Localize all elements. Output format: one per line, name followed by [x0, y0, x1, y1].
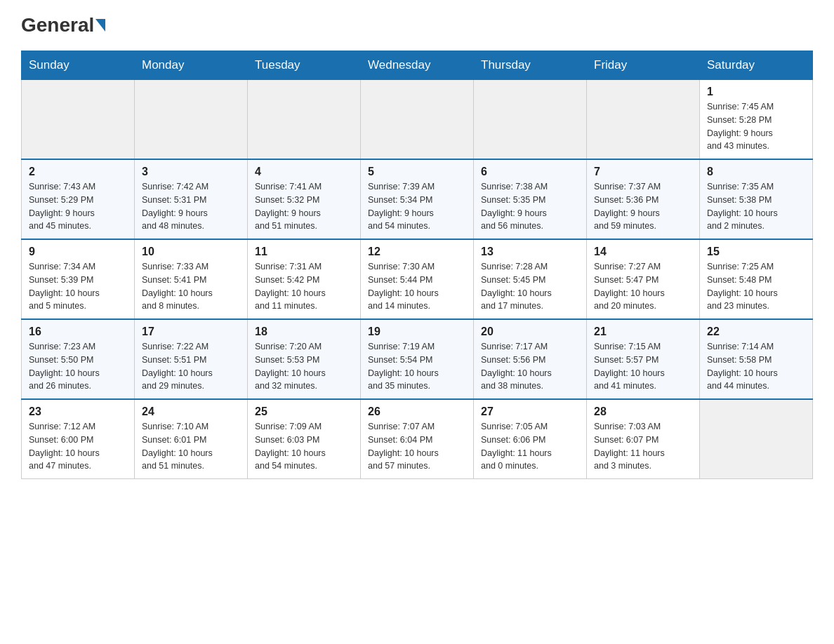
calendar-cell: 23Sunrise: 7:12 AM Sunset: 6:00 PM Dayli… [22, 399, 135, 479]
day-info: Sunrise: 7:41 AM Sunset: 5:32 PM Dayligh… [255, 180, 353, 233]
calendar-cell: 3Sunrise: 7:42 AM Sunset: 5:31 PM Daylig… [135, 159, 248, 239]
calendar-cell [474, 80, 587, 160]
day-info: Sunrise: 7:17 AM Sunset: 5:56 PM Dayligh… [481, 340, 579, 393]
day-number: 23 [29, 405, 127, 418]
day-info: Sunrise: 7:05 AM Sunset: 6:06 PM Dayligh… [481, 420, 579, 473]
calendar-cell: 2Sunrise: 7:43 AM Sunset: 5:29 PM Daylig… [22, 159, 135, 239]
day-info: Sunrise: 7:30 AM Sunset: 5:44 PM Dayligh… [368, 260, 466, 313]
day-number: 22 [707, 326, 805, 338]
day-number: 16 [29, 326, 127, 338]
calendar-cell: 26Sunrise: 7:07 AM Sunset: 6:04 PM Dayli… [361, 399, 474, 479]
calendar-cell: 21Sunrise: 7:15 AM Sunset: 5:57 PM Dayli… [587, 319, 700, 399]
day-info: Sunrise: 7:10 AM Sunset: 6:01 PM Dayligh… [142, 420, 240, 473]
calendar-cell: 24Sunrise: 7:10 AM Sunset: 6:01 PM Dayli… [135, 399, 248, 479]
day-number: 2 [29, 166, 127, 178]
day-of-week-header: Saturday [700, 51, 813, 80]
day-of-week-header: Tuesday [248, 51, 361, 80]
calendar-header-row: SundayMondayTuesdayWednesdayThursdayFrid… [22, 51, 813, 80]
calendar-cell: 7Sunrise: 7:37 AM Sunset: 5:36 PM Daylig… [587, 159, 700, 239]
day-info: Sunrise: 7:38 AM Sunset: 5:35 PM Dayligh… [481, 180, 579, 233]
day-info: Sunrise: 7:14 AM Sunset: 5:58 PM Dayligh… [707, 340, 805, 393]
day-info: Sunrise: 7:37 AM Sunset: 5:36 PM Dayligh… [594, 180, 692, 233]
calendar-cell: 10Sunrise: 7:33 AM Sunset: 5:41 PM Dayli… [135, 239, 248, 319]
day-number: 10 [142, 246, 240, 258]
calendar-cell: 28Sunrise: 7:03 AM Sunset: 6:07 PM Dayli… [587, 399, 700, 479]
logo-arrow-icon [95, 19, 105, 32]
day-number: 13 [481, 246, 579, 258]
day-info: Sunrise: 7:27 AM Sunset: 5:47 PM Dayligh… [594, 260, 692, 313]
calendar-cell [248, 80, 361, 160]
calendar-week-row: 16Sunrise: 7:23 AM Sunset: 5:50 PM Dayli… [22, 319, 813, 399]
calendar-cell: 13Sunrise: 7:28 AM Sunset: 5:45 PM Dayli… [474, 239, 587, 319]
calendar-cell: 25Sunrise: 7:09 AM Sunset: 6:03 PM Dayli… [248, 399, 361, 479]
logo: General [21, 14, 107, 36]
day-number: 28 [594, 405, 692, 418]
day-info: Sunrise: 7:28 AM Sunset: 5:45 PM Dayligh… [481, 260, 579, 313]
calendar-cell: 8Sunrise: 7:35 AM Sunset: 5:38 PM Daylig… [700, 159, 813, 239]
day-of-week-header: Monday [135, 51, 248, 80]
day-number: 9 [29, 246, 127, 258]
day-number: 14 [594, 246, 692, 258]
day-number: 20 [481, 326, 579, 338]
day-info: Sunrise: 7:25 AM Sunset: 5:48 PM Dayligh… [707, 260, 805, 313]
day-info: Sunrise: 7:33 AM Sunset: 5:41 PM Dayligh… [142, 260, 240, 313]
calendar-cell: 16Sunrise: 7:23 AM Sunset: 5:50 PM Dayli… [22, 319, 135, 399]
calendar-cell [22, 80, 135, 160]
day-number: 21 [594, 326, 692, 338]
day-info: Sunrise: 7:20 AM Sunset: 5:53 PM Dayligh… [255, 340, 353, 393]
calendar-cell: 12Sunrise: 7:30 AM Sunset: 5:44 PM Dayli… [361, 239, 474, 319]
day-info: Sunrise: 7:35 AM Sunset: 5:38 PM Dayligh… [707, 180, 805, 233]
day-number: 25 [255, 405, 353, 418]
calendar-table: SundayMondayTuesdayWednesdayThursdayFrid… [21, 51, 813, 479]
logo-general-text: General [21, 14, 94, 36]
day-number: 17 [142, 326, 240, 338]
calendar-cell: 9Sunrise: 7:34 AM Sunset: 5:39 PM Daylig… [22, 239, 135, 319]
day-info: Sunrise: 7:45 AM Sunset: 5:28 PM Dayligh… [707, 100, 805, 153]
day-number: 15 [707, 246, 805, 258]
calendar-week-row: 1Sunrise: 7:45 AM Sunset: 5:28 PM Daylig… [22, 80, 813, 160]
day-number: 7 [594, 166, 692, 178]
day-number: 5 [368, 166, 466, 178]
day-of-week-header: Thursday [474, 51, 587, 80]
page-header: General [21, 14, 813, 36]
calendar-cell: 27Sunrise: 7:05 AM Sunset: 6:06 PM Dayli… [474, 399, 587, 479]
calendar-cell: 4Sunrise: 7:41 AM Sunset: 5:32 PM Daylig… [248, 159, 361, 239]
calendar-cell: 1Sunrise: 7:45 AM Sunset: 5:28 PM Daylig… [700, 80, 813, 160]
day-info: Sunrise: 7:12 AM Sunset: 6:00 PM Dayligh… [29, 420, 127, 473]
day-of-week-header: Wednesday [361, 51, 474, 80]
day-of-week-header: Sunday [22, 51, 135, 80]
day-number: 6 [481, 166, 579, 178]
day-info: Sunrise: 7:03 AM Sunset: 6:07 PM Dayligh… [594, 420, 692, 473]
day-info: Sunrise: 7:43 AM Sunset: 5:29 PM Dayligh… [29, 180, 127, 233]
day-number: 3 [142, 166, 240, 178]
calendar-cell: 15Sunrise: 7:25 AM Sunset: 5:48 PM Dayli… [700, 239, 813, 319]
day-number: 8 [707, 166, 805, 178]
day-number: 24 [142, 405, 240, 418]
calendar-cell [700, 399, 813, 479]
day-info: Sunrise: 7:15 AM Sunset: 5:57 PM Dayligh… [594, 340, 692, 393]
day-info: Sunrise: 7:31 AM Sunset: 5:42 PM Dayligh… [255, 260, 353, 313]
calendar-cell: 20Sunrise: 7:17 AM Sunset: 5:56 PM Dayli… [474, 319, 587, 399]
day-info: Sunrise: 7:23 AM Sunset: 5:50 PM Dayligh… [29, 340, 127, 393]
day-info: Sunrise: 7:42 AM Sunset: 5:31 PM Dayligh… [142, 180, 240, 233]
day-info: Sunrise: 7:09 AM Sunset: 6:03 PM Dayligh… [255, 420, 353, 473]
calendar-cell: 22Sunrise: 7:14 AM Sunset: 5:58 PM Dayli… [700, 319, 813, 399]
calendar-cell: 19Sunrise: 7:19 AM Sunset: 5:54 PM Dayli… [361, 319, 474, 399]
day-number: 4 [255, 166, 353, 178]
day-info: Sunrise: 7:19 AM Sunset: 5:54 PM Dayligh… [368, 340, 466, 393]
calendar-week-row: 23Sunrise: 7:12 AM Sunset: 6:00 PM Dayli… [22, 399, 813, 479]
calendar-cell: 18Sunrise: 7:20 AM Sunset: 5:53 PM Dayli… [248, 319, 361, 399]
calendar-cell: 14Sunrise: 7:27 AM Sunset: 5:47 PM Dayli… [587, 239, 700, 319]
calendar-cell [587, 80, 700, 160]
day-info: Sunrise: 7:34 AM Sunset: 5:39 PM Dayligh… [29, 260, 127, 313]
day-number: 26 [368, 405, 466, 418]
calendar-cell: 5Sunrise: 7:39 AM Sunset: 5:34 PM Daylig… [361, 159, 474, 239]
day-number: 11 [255, 246, 353, 258]
calendar-cell: 6Sunrise: 7:38 AM Sunset: 5:35 PM Daylig… [474, 159, 587, 239]
day-number: 19 [368, 326, 466, 338]
calendar-cell: 11Sunrise: 7:31 AM Sunset: 5:42 PM Dayli… [248, 239, 361, 319]
day-info: Sunrise: 7:39 AM Sunset: 5:34 PM Dayligh… [368, 180, 466, 233]
day-number: 18 [255, 326, 353, 338]
day-of-week-header: Friday [587, 51, 700, 80]
calendar-cell [135, 80, 248, 160]
